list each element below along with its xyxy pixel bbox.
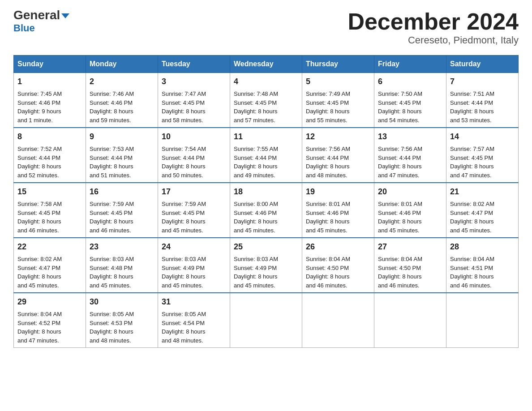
- day-number: 12: [306, 131, 370, 143]
- calendar-cell: 28Sunrise: 8:04 AMSunset: 4:51 PMDayligh…: [446, 238, 519, 293]
- day-number: 14: [450, 131, 515, 143]
- day-info: Sunrise: 7:54 AMSunset: 4:44 PMDaylight:…: [162, 145, 226, 180]
- page-header: General Blue December 2024 Cereseto, Pie…: [13, 9, 519, 46]
- day-number: 28: [450, 241, 515, 253]
- calendar-cell: 19Sunrise: 8:01 AMSunset: 4:46 PMDayligh…: [302, 183, 374, 238]
- month-year-title: December 2024: [348, 9, 519, 34]
- calendar-cell: 10Sunrise: 7:54 AMSunset: 4:44 PMDayligh…: [158, 128, 230, 183]
- day-number: 17: [162, 186, 226, 198]
- day-info: Sunrise: 8:03 AMSunset: 4:49 PMDaylight:…: [234, 255, 298, 290]
- day-number: 5: [306, 76, 370, 88]
- day-info: Sunrise: 8:03 AMSunset: 4:48 PMDaylight:…: [90, 255, 154, 290]
- day-number: 3: [162, 76, 226, 88]
- day-info: Sunrise: 7:50 AMSunset: 4:45 PMDaylight:…: [378, 90, 442, 124]
- weekday-header-wednesday: Wednesday: [230, 56, 302, 73]
- week-row-4: 22Sunrise: 8:02 AMSunset: 4:47 PMDayligh…: [14, 238, 519, 293]
- day-number: 15: [17, 186, 82, 198]
- weekday-header-monday: Monday: [86, 56, 158, 73]
- calendar-cell: 4Sunrise: 7:48 AMSunset: 4:45 PMDaylight…: [230, 73, 302, 128]
- day-info: Sunrise: 8:05 AMSunset: 4:53 PMDaylight:…: [90, 310, 154, 345]
- day-number: 20: [378, 186, 442, 198]
- day-info: Sunrise: 8:02 AMSunset: 4:47 PMDaylight:…: [450, 200, 515, 235]
- day-number: 18: [234, 186, 298, 198]
- calendar-cell: 20Sunrise: 8:01 AMSunset: 4:46 PMDayligh…: [374, 183, 446, 238]
- calendar-cell: [302, 293, 374, 348]
- calendar-cell: 16Sunrise: 7:59 AMSunset: 4:45 PMDayligh…: [86, 183, 158, 238]
- day-number: 16: [90, 186, 154, 198]
- calendar-cell: 18Sunrise: 8:00 AMSunset: 4:46 PMDayligh…: [230, 183, 302, 238]
- day-info: Sunrise: 8:04 AMSunset: 4:52 PMDaylight:…: [17, 310, 82, 345]
- weekday-header-thursday: Thursday: [302, 56, 374, 73]
- day-info: Sunrise: 7:46 AMSunset: 4:46 PMDaylight:…: [90, 90, 154, 124]
- day-number: 10: [162, 131, 226, 143]
- calendar-cell: 12Sunrise: 7:56 AMSunset: 4:44 PMDayligh…: [302, 128, 374, 183]
- day-number: 4: [234, 76, 298, 88]
- day-info: Sunrise: 8:05 AMSunset: 4:54 PMDaylight:…: [162, 310, 226, 345]
- logo-general: General: [13, 9, 69, 21]
- calendar-cell: [446, 293, 519, 348]
- day-info: Sunrise: 8:01 AMSunset: 4:46 PMDaylight:…: [378, 200, 442, 235]
- day-number: 29: [17, 296, 82, 308]
- calendar-cell: 9Sunrise: 7:53 AMSunset: 4:44 PMDaylight…: [86, 128, 158, 183]
- day-info: Sunrise: 7:45 AMSunset: 4:46 PMDaylight:…: [17, 90, 82, 124]
- weekday-header-saturday: Saturday: [446, 56, 519, 73]
- day-number: 25: [234, 241, 298, 253]
- day-info: Sunrise: 7:47 AMSunset: 4:45 PMDaylight:…: [162, 90, 226, 124]
- day-info: Sunrise: 7:59 AMSunset: 4:45 PMDaylight:…: [90, 200, 154, 235]
- day-info: Sunrise: 7:57 AMSunset: 4:45 PMDaylight:…: [450, 145, 515, 180]
- day-number: 30: [90, 296, 154, 308]
- day-info: Sunrise: 7:59 AMSunset: 4:45 PMDaylight:…: [162, 200, 226, 235]
- day-info: Sunrise: 7:56 AMSunset: 4:44 PMDaylight:…: [306, 145, 370, 180]
- calendar-cell: 15Sunrise: 7:58 AMSunset: 4:45 PMDayligh…: [14, 183, 86, 238]
- day-number: 22: [17, 241, 82, 253]
- location-subtitle: Cereseto, Piedmont, Italy: [348, 34, 519, 46]
- day-number: 13: [378, 131, 442, 143]
- day-info: Sunrise: 8:04 AMSunset: 4:50 PMDaylight:…: [378, 255, 442, 290]
- calendar-cell: 5Sunrise: 7:49 AMSunset: 4:45 PMDaylight…: [302, 73, 374, 128]
- title-block: December 2024 Cereseto, Piedmont, Italy: [348, 9, 519, 46]
- weekday-header-tuesday: Tuesday: [158, 56, 230, 73]
- logo-blue: Blue: [13, 22, 35, 34]
- day-info: Sunrise: 7:49 AMSunset: 4:45 PMDaylight:…: [306, 90, 370, 124]
- day-info: Sunrise: 8:04 AMSunset: 4:51 PMDaylight:…: [450, 255, 515, 290]
- calendar-cell: 11Sunrise: 7:55 AMSunset: 4:44 PMDayligh…: [230, 128, 302, 183]
- logo: General Blue: [13, 9, 69, 34]
- day-number: 31: [162, 296, 226, 308]
- calendar-cell: [374, 293, 446, 348]
- day-number: 2: [90, 76, 154, 88]
- weekday-header-row: SundayMondayTuesdayWednesdayThursdayFrid…: [14, 56, 519, 73]
- calendar-cell: 2Sunrise: 7:46 AMSunset: 4:46 PMDaylight…: [86, 73, 158, 128]
- calendar-cell: 17Sunrise: 7:59 AMSunset: 4:45 PMDayligh…: [158, 183, 230, 238]
- day-info: Sunrise: 7:48 AMSunset: 4:45 PMDaylight:…: [234, 90, 298, 124]
- calendar-cell: 6Sunrise: 7:50 AMSunset: 4:45 PMDaylight…: [374, 73, 446, 128]
- calendar-cell: 21Sunrise: 8:02 AMSunset: 4:47 PMDayligh…: [446, 183, 519, 238]
- calendar-cell: 24Sunrise: 8:03 AMSunset: 4:49 PMDayligh…: [158, 238, 230, 293]
- day-info: Sunrise: 8:01 AMSunset: 4:46 PMDaylight:…: [306, 200, 370, 235]
- day-info: Sunrise: 7:58 AMSunset: 4:45 PMDaylight:…: [17, 200, 82, 235]
- week-row-5: 29Sunrise: 8:04 AMSunset: 4:52 PMDayligh…: [14, 293, 519, 348]
- calendar-cell: 26Sunrise: 8:04 AMSunset: 4:50 PMDayligh…: [302, 238, 374, 293]
- day-info: Sunrise: 7:51 AMSunset: 4:44 PMDaylight:…: [450, 90, 515, 124]
- calendar-cell: 29Sunrise: 8:04 AMSunset: 4:52 PMDayligh…: [14, 293, 86, 348]
- day-number: 9: [90, 131, 154, 143]
- calendar-cell: 31Sunrise: 8:05 AMSunset: 4:54 PMDayligh…: [158, 293, 230, 348]
- calendar-cell: 25Sunrise: 8:03 AMSunset: 4:49 PMDayligh…: [230, 238, 302, 293]
- day-number: 26: [306, 241, 370, 253]
- calendar-cell: 30Sunrise: 8:05 AMSunset: 4:53 PMDayligh…: [86, 293, 158, 348]
- day-number: 6: [378, 76, 442, 88]
- week-row-2: 8Sunrise: 7:52 AMSunset: 4:44 PMDaylight…: [14, 128, 519, 183]
- day-info: Sunrise: 8:00 AMSunset: 4:46 PMDaylight:…: [234, 200, 298, 235]
- day-number: 21: [450, 186, 515, 198]
- weekday-header-friday: Friday: [374, 56, 446, 73]
- day-info: Sunrise: 7:56 AMSunset: 4:44 PMDaylight:…: [378, 145, 442, 180]
- weekday-header-sunday: Sunday: [14, 56, 86, 73]
- day-number: 7: [450, 76, 515, 88]
- day-info: Sunrise: 8:02 AMSunset: 4:47 PMDaylight:…: [17, 255, 82, 290]
- calendar-cell: 1Sunrise: 7:45 AMSunset: 4:46 PMDaylight…: [14, 73, 86, 128]
- week-row-1: 1Sunrise: 7:45 AMSunset: 4:46 PMDaylight…: [14, 73, 519, 128]
- day-number: 24: [162, 241, 226, 253]
- day-number: 1: [17, 76, 82, 88]
- day-info: Sunrise: 7:52 AMSunset: 4:44 PMDaylight:…: [17, 145, 82, 180]
- day-info: Sunrise: 8:03 AMSunset: 4:49 PMDaylight:…: [162, 255, 226, 290]
- calendar-cell: 7Sunrise: 7:51 AMSunset: 4:44 PMDaylight…: [446, 73, 519, 128]
